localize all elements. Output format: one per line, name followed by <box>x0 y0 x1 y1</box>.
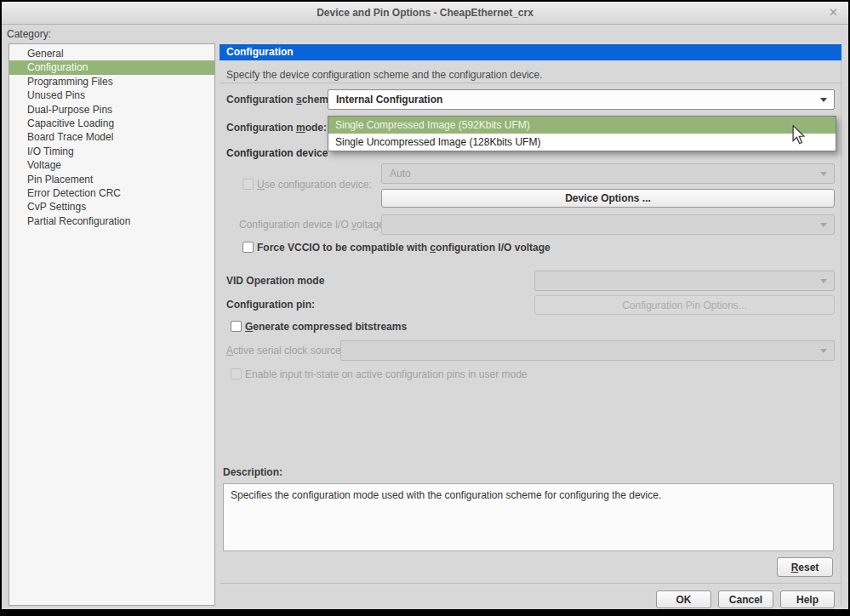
device-pin-options-dialog: Device and Pin Options - CheapEthernet_c… <box>2 2 848 609</box>
category-item-cvp-settings[interactable]: CvP Settings <box>9 200 214 214</box>
device-options-button[interactable]: Device Options ... <box>381 189 835 208</box>
configuration-scheme-value: Internal Configuration <box>336 90 442 109</box>
category-item-pin-placement[interactable]: Pin Placement <box>9 173 214 186</box>
force-vccio-label: Force VCCIO to be compatible with config… <box>257 242 551 254</box>
configuration-pin-label: Configuration pin: <box>226 295 315 315</box>
configuration-scheme-select[interactable]: Internal Configuration <box>328 89 835 110</box>
cancel-button[interactable]: Cancel <box>718 590 773 608</box>
description-text: Specifies the configuration mode used wi… <box>231 489 661 501</box>
category-item-io-timing[interactable]: I/O Timing <box>9 145 214 158</box>
configuration-pin-options-button: Configuration Pin Options... <box>534 295 835 315</box>
configuration-device-value: Auto <box>390 164 411 183</box>
use-configuration-device-checkbox <box>242 179 254 190</box>
category-item-unused-pins[interactable]: Unused Pins <box>9 88 214 102</box>
enable-tristate-label: Enable input tri-state on active configu… <box>245 368 528 380</box>
separator <box>220 583 841 584</box>
active-serial-clock-source-select <box>340 340 835 361</box>
mouse-cursor-icon <box>791 125 806 147</box>
configuration-device-heading: Configuration device <box>226 145 328 161</box>
category-item-general[interactable]: General <box>9 47 214 60</box>
configuration-mode-dropdown: Single Compressed Image (592Kbits UFM) S… <box>328 116 836 151</box>
active-serial-clock-source-label: Active serial clock source: <box>226 340 344 361</box>
category-item-board-trace-model[interactable]: Board Trace Model <box>9 130 214 144</box>
category-item-programming-files[interactable]: Programming Files <box>9 75 214 88</box>
category-item-error-detection-crc[interactable]: Error Detection CRC <box>9 186 214 200</box>
separator <box>220 83 841 83</box>
configuration-scheme-label: Configuration scheme: <box>226 89 338 110</box>
use-configuration-device-label: Use configuration device: <box>257 179 372 191</box>
description-box: Specifies the configuration mode used wi… <box>223 483 834 551</box>
generate-compressed-bitstreams-label: Generate compressed bitstreams <box>245 321 407 333</box>
io-voltage-select <box>381 214 835 235</box>
section-subtitle: Specify the device configuration scheme … <box>226 69 543 81</box>
close-icon[interactable]: ✕ <box>829 2 838 24</box>
configuration-device-select: Auto <box>381 163 835 184</box>
dropdown-option-compressed[interactable]: Single Compressed Image (592Kbits UFM) <box>328 117 836 134</box>
category-item-partial-reconfiguration[interactable]: Partial Reconfiguration <box>9 214 214 228</box>
panel-right-edge <box>841 44 841 606</box>
category-list: General Configuration Programming Files … <box>9 43 215 606</box>
chevron-down-icon <box>820 279 827 283</box>
ok-button[interactable]: OK <box>656 590 711 608</box>
reset-button[interactable]: Reset <box>777 557 833 577</box>
force-vccio-checkbox[interactable] <box>242 242 254 253</box>
category-item-capacitive-loading[interactable]: Capacitive Loading <box>9 117 214 130</box>
chevron-down-icon <box>820 172 827 176</box>
help-button[interactable]: Help <box>780 590 835 608</box>
chevron-down-icon <box>820 349 827 353</box>
enable-tristate-checkbox <box>231 368 242 379</box>
io-voltage-label: Configuration device I/O voltage: <box>239 214 387 235</box>
generate-compressed-bitstreams-checkbox[interactable] <box>231 321 242 332</box>
category-label: Category: <box>7 28 51 40</box>
category-item-dual-purpose-pins[interactable]: Dual-Purpose Pins <box>9 103 214 117</box>
vid-operation-mode-label: VID Operation mode <box>226 271 324 291</box>
vid-operation-mode-select <box>534 271 835 291</box>
configuration-mode-label: Configuration mode: <box>226 119 327 136</box>
section-header: Configuration <box>220 44 841 60</box>
dropdown-option-uncompressed[interactable]: Single Uncompressed Image (128Kbits UFM) <box>328 134 836 151</box>
title-bar: Device and Pin Options - CheapEthernet_c… <box>2 2 848 25</box>
description-label: Description: <box>223 465 282 479</box>
window-title: Device and Pin Options - CheapEthernet_c… <box>2 2 848 24</box>
category-item-voltage[interactable]: Voltage <box>9 158 214 172</box>
chevron-down-icon <box>820 223 827 227</box>
category-item-configuration[interactable]: Configuration <box>9 60 214 74</box>
chevron-down-icon <box>820 98 827 102</box>
